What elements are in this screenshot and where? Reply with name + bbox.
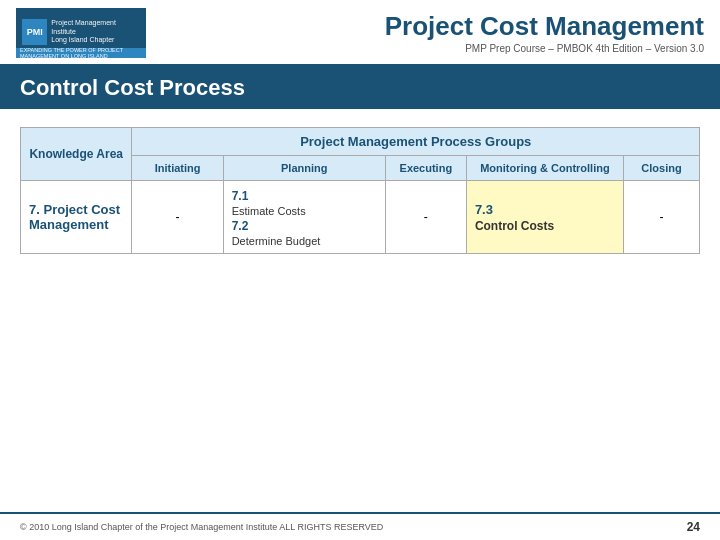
planning-item-2-number: 7.2 — [232, 217, 377, 235]
col-planning: Planning — [223, 156, 385, 181]
footer-copyright: © 2010 Long Island Chapter of the Projec… — [20, 522, 383, 532]
page-title: Control Cost Process — [20, 75, 245, 100]
logo-area: PMI Project Management Institute Long Is… — [16, 8, 146, 58]
col-initiating: Initiating — [132, 156, 223, 181]
mc-name: Control Costs — [475, 219, 615, 233]
row-number: 7. — [29, 202, 40, 217]
col-monitoring: Monitoring & Controlling — [466, 156, 623, 181]
subtitle: PMP Prep Course – PMBOK 4th Edition – Ve… — [385, 43, 704, 54]
knowledge-area-header: Knowledge Area — [21, 128, 132, 181]
monitoring-cell: 7.3 Control Costs — [466, 181, 623, 254]
footer-page-number: 24 — [687, 520, 700, 534]
logo-institute: Project Management Institute — [51, 19, 140, 36]
initiating-cell: - — [132, 181, 223, 254]
footer: © 2010 Long Island Chapter of the Projec… — [0, 512, 720, 540]
main-content: Knowledge Area Project Management Proces… — [0, 109, 720, 264]
table-row: 7. Project Cost Management - 7.1 Estimat… — [21, 181, 700, 254]
planning-item-1-name: Estimate Costs — [232, 205, 377, 217]
pmi-logo: PMI Project Management Institute Long Is… — [16, 8, 146, 58]
planning-cell: 7.1 Estimate Costs 7.2 Determine Budget — [223, 181, 385, 254]
closing-cell: - — [623, 181, 699, 254]
executing-cell: - — [385, 181, 466, 254]
process-table: Knowledge Area Project Management Proces… — [20, 127, 700, 254]
main-title: Project Cost Management — [385, 12, 704, 41]
mc-number: 7.3 — [475, 201, 615, 219]
row-label: 7. Project Cost Management — [21, 181, 132, 254]
planning-item-2-name: Determine Budget — [232, 235, 377, 247]
planning-item-1-number: 7.1 — [232, 187, 377, 205]
header-title-area: Project Cost Management PMP Prep Course … — [385, 12, 704, 54]
logo-chapter: Long Island Chapter — [51, 36, 140, 44]
page-title-bar: Control Cost Process — [0, 67, 720, 109]
header: PMI Project Management Institute Long Is… — [0, 0, 720, 67]
col-executing: Executing — [385, 156, 466, 181]
group-header: Project Management Process Groups — [132, 128, 700, 156]
col-closing: Closing — [623, 156, 699, 181]
logo-tagline: EXPANDING THE POWER OF PROJECT MANAGEMEN… — [16, 48, 146, 58]
row-name: Project Cost Management — [29, 202, 120, 232]
